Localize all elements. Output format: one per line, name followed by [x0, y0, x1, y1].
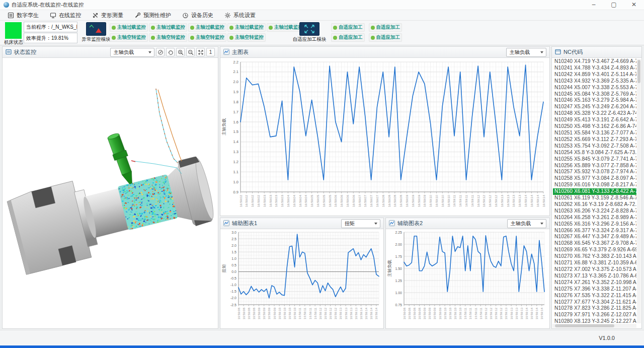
scrollbar-thumb[interactable] [555, 324, 614, 327]
spindle-overload-monitor-button[interactable]: 主轴过载监控 [149, 23, 187, 32]
nc-line[interactable]: N10268 X6.545 Y-3.367 Z-9.708 A-70.519 [553, 240, 636, 247]
nc-line[interactable]: N10253 X5.754 Y-3.092 Z-7.508 A-73.677 [553, 143, 636, 150]
nc-line[interactable]: N10275 X7.396 Y-3.338 Z-11.207 A-65.95 [553, 286, 636, 293]
zoom-out-icon[interactable] [186, 48, 195, 56]
pan-tool-button[interactable] [156, 48, 165, 56]
menu-item-device-history[interactable]: 设备历史 [177, 10, 219, 21]
close-button[interactable]: ✕ [624, 0, 644, 10]
nc-line-selected[interactable]: N10260 X6.081 Y-3.133 Z-8.422 A-72.835 [553, 188, 636, 195]
status-dot-icon [190, 36, 194, 40]
zoom-in-icon[interactable] [176, 48, 185, 56]
deform-measure-icon [92, 12, 99, 19]
svg-text:16:59:07: 16:59:07 [375, 194, 379, 207]
adaptive-machining-button[interactable]: 自适应加工 [331, 23, 365, 32]
page-indicator-button[interactable]: 1 [206, 48, 215, 56]
svg-text:16:59:12: 16:59:12 [485, 307, 488, 319]
toolpath-lines [131, 89, 182, 174]
status-dot-icon [112, 26, 116, 30]
nc-line[interactable]: N10280 X8.123 Y-3.245 Z-12.227 A-62.23 [553, 318, 636, 323]
nc-line[interactable]: N10256 X5.889 Y-3.077 Z-7.858 A-73.348 [553, 163, 636, 169]
nc-line[interactable]: N10270 X6.762 Y-3.383 Z-10.143 A-69.34 [553, 253, 636, 260]
nc-line[interactable]: N10251 X5.584 Y-3.136 Z-7.077 A-74.012 [553, 130, 636, 136]
nc-line[interactable]: N10273 X7.13 Y-3.365 Z-10.786 A-67.372 [553, 273, 636, 280]
nc-line[interactable]: N10244 X5.007 Y-3.338 Z-5.553 A-75.297 [553, 85, 636, 91]
nc-line[interactable]: N10271 X6.88 Y-3.381 Z-10.359 A-68.711 [553, 260, 636, 266]
nc-line[interactable]: N10245 X5.084 Y-3.308 Z-5.769 A-75.088 [553, 91, 636, 98]
svg-text:16:59:11: 16:59:11 [464, 194, 468, 206]
svg-text:16:59:11: 16:59:11 [303, 307, 306, 319]
nc-line[interactable]: N10240 X4.719 Y-3.467 Z-4.669 A-76.396 [553, 58, 636, 65]
nc-line[interactable]: N10259 X6.016 Y-3.098 Z-8.217 A-73.036 [553, 182, 636, 188]
adaptive-machining-button[interactable]: 自适应加工 [369, 23, 403, 32]
nc-line[interactable]: N10249 X5.413 Y-3.191 Z-6.642 A-74.346 [553, 117, 636, 123]
spindle-idle-monitor-button[interactable]: 主轴空转监控 [149, 33, 187, 42]
main-chart-signal-dropdown[interactable]: 主轴负载 [506, 48, 546, 57]
button-label: 自适应加工 [339, 34, 363, 41]
nc-line[interactable]: N10252 X5.669 Y-3.112 Z-7.293 A-73.844 [553, 136, 636, 143]
nc-line[interactable]: N10247 X5.245 Y-3.249 Z-6.204 A-74.701 [553, 104, 636, 110]
spindle-idle-monitor-button[interactable]: 主轴空转监控 [188, 33, 226, 42]
efficiency-value: 19.81% [51, 35, 68, 41]
svg-text:扭矩: 扭矩 [221, 264, 226, 273]
nc-line[interactable]: N10279 X7.971 Y-3.266 Z-12.027 A-62.98 [553, 312, 636, 318]
nc-line[interactable]: N10262 X6.16 Y-3.19 Z-8.682 A-72.534 C [553, 201, 636, 208]
scrollbar-thumb[interactable] [637, 60, 640, 83]
machine-part-3d-view[interactable] [3, 58, 218, 328]
nc-line[interactable]: N10261 X6.119 Y-3.159 Z-8.546 A-72.701 [553, 195, 636, 201]
aux-chart1-signal-dropdown[interactable]: 扭矩 [341, 219, 380, 228]
nc-line[interactable]: N10274 X7.261 Y-3.352 Z-10.998 A-66.67 [553, 280, 636, 286]
menu-label: 数字孪生 [17, 12, 39, 19]
svg-text:16:59:11: 16:59:11 [298, 307, 301, 319]
nc-line[interactable]: N10263 X6.206 Y-3.224 Z-8.828 A-72.33 C [553, 208, 636, 215]
nc-line[interactable]: N10269 X6.65 Y-3.379 Z-9.926 A-69.947 C [553, 247, 636, 253]
nc-line[interactable]: N10250 X5.498 Y-3.162 Z-6.86 A-74.178 C [553, 123, 636, 130]
spindle-idle-monitor-button[interactable]: 主轴空转监控 [110, 33, 148, 42]
fit-view-icon[interactable] [196, 48, 205, 56]
menu-item-online-monitor[interactable]: 在线监控 [44, 10, 87, 21]
nc-line[interactable]: N10255 X5.845 Y-3.079 Z-7.741 A-73.458 [553, 156, 636, 163]
nc-line[interactable]: N10243 X4.932 Y-3.369 Z-5.335 A-75.523 [553, 78, 636, 85]
nc-line[interactable]: N10278 X7.823 Y-3.286 Z-11.825 A-63.73 [553, 305, 636, 312]
abnormal-monitor-module[interactable]: 异常监控模块 [79, 22, 113, 43]
status-signal-dropdown[interactable]: 主轴负载 [110, 48, 154, 57]
nc-line[interactable]: N10257 X5.932 Y-3.078 Z-7.974 A-73.243 [553, 169, 636, 175]
nc-line[interactable]: N10241 X4.788 Y-3.434 Z-4.893 A-76.062 [553, 65, 636, 72]
button-label: 主轴空转监控 [156, 34, 185, 41]
nc-line[interactable]: N10277 X7.677 Y-3.304 Z-11.621 A-64.48 [553, 299, 636, 306]
spindle-overload-monitor-button[interactable]: 主轴过载监控 [188, 23, 226, 32]
nc-line[interactable]: N10267 X6.447 Y-3.347 Z-9.489 A-71.055 [553, 234, 636, 240]
nc-code-list[interactable]: N10240 X4.719 Y-3.467 Z-4.669 A-76.396N1… [553, 58, 636, 323]
aux-chart2-signal-dropdown[interactable]: 主轴负载 [507, 219, 546, 228]
nc-line[interactable]: N10258 X5.977 Y-3.084 Z-8.097 A-73.138 [553, 175, 636, 182]
maximize-button[interactable]: ▢ [604, 0, 624, 10]
rotate-tool-button[interactable] [166, 48, 175, 56]
aux-chart2-panel: 辅助图表2 主轴负载 0.751.001.251.501.752.002.251… [385, 218, 550, 329]
menu-item-predictive-maintenance[interactable]: 预测性维护 [129, 10, 177, 21]
svg-text:16:59:08: 16:59:08 [413, 307, 416, 319]
nc-line[interactable]: N10246 X5.163 Y-3.279 Z-5.984 A-74.892 [553, 97, 636, 104]
spindle-idle-monitor-button[interactable]: 主轴空转监控 [227, 33, 266, 42]
panel-list-icon [6, 48, 12, 57]
nc-line[interactable]: N10248 X5.328 Y-3.22 Z-6.423 A-74.52 C [553, 110, 636, 117]
nc-line[interactable]: N10254 X5.8 Y-3.084 Z-7.625 A-73.571 C [553, 150, 636, 156]
menu-item-digital-twin[interactable]: 数字孪生 [2, 10, 44, 21]
spindle-overload-monitor-button[interactable]: 主轴过载监控 [110, 23, 148, 32]
nc-line[interactable]: N10264 X6.258 Y-3.261 Z-8.989 A-72.072 [553, 215, 636, 221]
menu-item-system-settings[interactable]: 系统设置 [219, 10, 261, 21]
nc-line[interactable]: N10272 X7.002 Y-3.375 Z-10.573 A-68.05 [553, 266, 636, 273]
nc-line[interactable]: N10276 X7.535 Y-3.322 Z-11.415 A-65.22 [553, 293, 636, 299]
svg-text:16:59:08: 16:59:08 [418, 307, 421, 319]
nc-line[interactable]: N10265 X6.316 Y-3.296 Z-9.156 A-71.771 [553, 221, 636, 228]
nc-horizontal-scrollbar[interactable] [552, 324, 636, 328]
svg-text:16:59:14: 16:59:14 [525, 307, 528, 319]
adaptive-machining-button[interactable]: 自适应加工 [331, 33, 365, 42]
aux-chart1-title: 辅助图表1 [232, 220, 257, 227]
menu-item-deform-measure[interactable]: 变形测量 [87, 10, 129, 21]
nc-vertical-scrollbar[interactable] [637, 59, 641, 323]
spindle-overload-monitor-button[interactable]: 主轴过载监控 [227, 23, 266, 32]
minimize-button[interactable]: – [584, 0, 604, 10]
nc-line[interactable]: N10266 X6.377 Y-3.324 Z-9.317 A-71.443 [553, 228, 636, 234]
adaptive-machining-module[interactable]: 自适应加工模块 [291, 22, 328, 43]
adaptive-machining-button[interactable]: 自适应加工 [369, 33, 403, 42]
nc-line[interactable]: N10242 X4.859 Y-3.401 Z-5.114 A-75.775 [553, 72, 636, 78]
